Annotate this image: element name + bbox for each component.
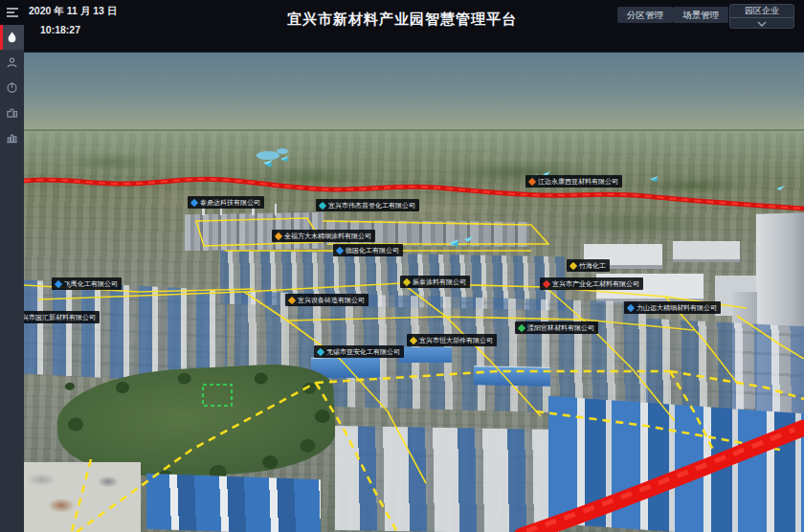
cyan-marker <box>280 156 289 162</box>
zone-management-button[interactable]: 分区管理 <box>617 7 673 23</box>
sidebar-item-energy[interactable] <box>0 75 24 100</box>
company-label[interactable]: 飞鹰化工有限公司 <box>52 277 122 290</box>
map-3d-view[interactable]: 泰鼎达科技有限公司 宜兴市伟杰普登化工有限公司 全福方大木精细涂料有限公司 德国… <box>24 53 804 532</box>
company-label[interactable]: 无锡市亚安化工有限公司 <box>314 345 404 358</box>
park-enterprise-dropdown-label: 园区企业 <box>730 5 793 18</box>
company-marker-icon <box>518 323 525 331</box>
company-label[interactable]: 宜兴市产业化工材料有限公司 <box>540 277 643 290</box>
company-marker-icon <box>55 279 62 287</box>
company-marker-icon <box>410 336 417 344</box>
factory-icon <box>6 106 18 119</box>
company-marker-icon <box>528 177 536 185</box>
cyan-marker <box>464 236 473 242</box>
selection-box <box>203 385 232 406</box>
flame-icon <box>6 31 18 44</box>
cyan-marker <box>449 239 459 247</box>
left-toolbar <box>0 0 24 532</box>
company-label[interactable]: 全福方大木精细涂料有限公司 <box>272 230 375 242</box>
company-label-text: 振泰涂料有限公司 <box>413 278 466 285</box>
scene-management-button[interactable]: 场景管理 <box>673 7 728 23</box>
company-label[interactable]: 振泰涂料有限公司 <box>400 276 470 288</box>
company-label[interactable]: 宜兴市伟杰普登化工有限公司 <box>316 199 419 211</box>
page-title: 宜兴市新材料产业园智慧管理平台 <box>287 11 517 29</box>
user-icon <box>6 56 18 69</box>
company-marker-icon <box>190 198 198 206</box>
company-label-text: 竹海化工 <box>579 262 606 269</box>
menu-icon <box>6 7 19 18</box>
company-marker-icon <box>336 246 344 254</box>
company-label[interactable]: 德国化工有限公司 <box>333 244 403 256</box>
date-text: 2020 年 11 月 13 日 <box>29 6 117 16</box>
company-label-text: 兴市国汇新材料有限公司 <box>24 314 96 321</box>
company-label-text: 宜兴市产业化工材料有限公司 <box>552 280 639 287</box>
company-label-text: 全福方大木精细涂料有限公司 <box>284 233 371 239</box>
park-enterprise-dropdown[interactable]: 园区企业 <box>729 4 794 29</box>
company-label-text: 无锡市亚安化工有限公司 <box>326 348 400 355</box>
company-label[interactable]: 泰鼎达科技有限公司 <box>188 196 264 209</box>
sidebar-item-personnel[interactable] <box>0 50 24 75</box>
company-marker-icon <box>570 261 577 269</box>
roads-overlay <box>24 53 804 532</box>
company-marker-icon <box>317 347 324 355</box>
top-header-bar: 2020 年 11 月 13 日 10:18:27 宜兴市新材料产业园智慧管理平… <box>0 0 804 53</box>
menu-toggle-button[interactable] <box>0 0 24 25</box>
company-label[interactable]: 兴市国汇新材料有限公司 <box>24 311 100 323</box>
company-label[interactable]: 溧阳官林材料有限公司 <box>515 321 598 334</box>
sidebar-item-fire[interactable] <box>0 25 24 50</box>
company-marker-icon <box>627 303 635 311</box>
company-marker-icon <box>403 277 411 285</box>
company-marker-icon <box>288 296 296 303</box>
company-label-text: 飞鹰化工有限公司 <box>64 280 118 287</box>
company-marker-icon <box>275 232 282 239</box>
company-label-text: 力山远大精细材料有限公司 <box>636 304 717 311</box>
company-label-text: 宜兴设备铸造有限公司 <box>298 297 365 303</box>
cyan-marker <box>650 176 659 182</box>
company-label-text: 德国化工有限公司 <box>346 247 399 254</box>
company-label[interactable]: 力山远大精细材料有限公司 <box>624 301 721 314</box>
highlighted-route-near-dashes <box>526 430 794 531</box>
company-label-text: 溧阳官林材料有限公司 <box>527 324 594 331</box>
bar-chart-icon <box>6 131 18 144</box>
company-label[interactable]: 宜兴市恒大部件有限公司 <box>407 334 497 346</box>
sidebar-item-statistics[interactable] <box>0 124 24 149</box>
company-marker-icon <box>319 201 326 209</box>
power-icon <box>6 81 18 94</box>
smart-park-platform: 2020 年 11 月 13 日 10:18:27 宜兴市新材料产业园智慧管理平… <box>0 0 804 532</box>
company-label[interactable]: 竹海化工 <box>567 259 610 272</box>
company-label-text: 泰鼎达科技有限公司 <box>200 199 260 206</box>
sidebar-item-enterprise[interactable] <box>0 100 24 124</box>
dashed-roads <box>72 371 804 532</box>
cyan-marker <box>263 160 273 167</box>
time-text: 10:18:27 <box>40 25 117 35</box>
company-label-text: 江边永康西亚材料有限公司 <box>538 178 618 185</box>
company-marker-icon <box>543 279 550 287</box>
parcel-outlines <box>24 218 804 483</box>
company-label-text: 宜兴市伟杰普登化工有限公司 <box>328 202 415 209</box>
company-label-text: 宜兴市恒大部件有限公司 <box>419 337 493 344</box>
datetime-display: 2020 年 11 月 13 日 10:18:27 <box>29 6 117 34</box>
company-label[interactable]: 宜兴设备铸造有限公司 <box>285 294 368 306</box>
chevron-down-icon <box>730 18 793 29</box>
cyan-marker <box>776 186 785 190</box>
company-label[interactable]: 江边永康西亚材料有限公司 <box>525 175 622 188</box>
